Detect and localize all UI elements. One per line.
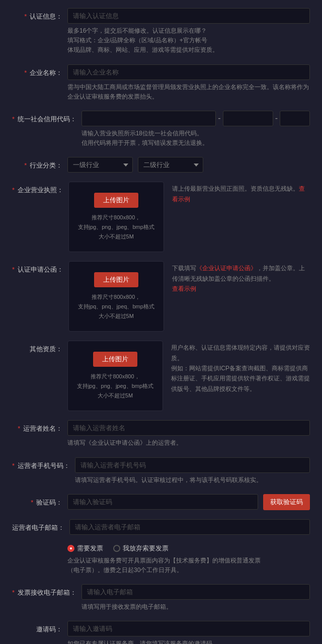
social-credit-input-3[interactable]	[280, 111, 310, 126]
auth-letter-label: * 认证申请公函：	[12, 261, 68, 274]
industry-select-1[interactable]: 一级行业	[67, 157, 133, 173]
required-star: *	[18, 425, 20, 432]
social-credit-row: * 统一社会信用代码： - - 请输入营业执照所示18位统一社会信用代码。 信用…	[12, 111, 310, 148]
auth-letter-desc: 下载填写《企业认证申请公函》，并加盖公章。上传清晰无残缺加盖公章的公函扫描件。 …	[172, 261, 310, 294]
operator-email-row: 运营者电子邮箱：	[12, 519, 310, 535]
operator-email-input[interactable]	[69, 519, 310, 535]
form-container: * 认证信息： 最多16个字，提交后不能修改。认证信息展示在哪？ 填写格式：企业…	[0, 0, 322, 644]
operator-email-label: 运营者电子邮箱：	[12, 519, 69, 532]
invoice-email-input[interactable]	[82, 584, 310, 600]
invoice-email-hint: 请填写用于接收发票的电子邮箱。	[82, 602, 310, 612]
operator-name-input[interactable]	[67, 420, 310, 436]
operator-email-content	[69, 519, 310, 535]
get-verify-code-btn[interactable]: 获取验证码	[263, 494, 310, 510]
required-star: *	[24, 69, 27, 76]
social-credit-input-1[interactable]	[82, 111, 216, 126]
other-credentials-desc: 用户名称、认证信息需体现特定内容，请提供对应资质。 例如：网站需提供ICP备案查…	[171, 341, 310, 394]
invite-code-content: 如您已有专属认证服务商，请您填写该服务商的邀请码，	[67, 621, 310, 644]
invoice-option-hint: 企业认证审核服务费可开具票面内容为【技术服务费】的增值税普通发票 （电子票）。缴…	[67, 556, 310, 575]
business-license-upload-box: 上传图片 推荐尺寸800x800， 支持jpg、png、jpeg、bmp格式 大…	[68, 182, 164, 252]
operator-name-content: 请填写《企业认证申请公函》上的运营者。	[67, 420, 310, 448]
auth-letter-example-link[interactable]: 查看示例	[172, 285, 196, 292]
auth-letter-content: 上传图片 推荐尺寸800x800， 支持jpq、pnq、jpeq、bmp格式 大…	[68, 261, 310, 332]
invoice-option-content: 需要发票 我放弃索要发票 企业认证审核服务费可开具票面内容为【技术服务费】的增值…	[67, 544, 310, 575]
invoice-email-content: 请填写用于接收发票的电子邮箱。	[82, 584, 310, 612]
other-credentials-row: 其他资质： 上传图片 推荐尺寸800x800， 支持jpg、png、jpeg、b…	[12, 341, 310, 411]
business-license-label: * 企业营业执照：	[12, 182, 68, 195]
industry-select-2[interactable]: 二级行业	[138, 157, 203, 173]
required-star: *	[12, 115, 15, 123]
business-license-desc: 请上传最新营业执照正面照。资质信息无残缺。查看示例	[172, 182, 310, 204]
invoice-email-label: * 发票接收电子邮箱：	[12, 584, 82, 597]
invoice-radio-2[interactable]: 我放弃索要发票	[113, 544, 169, 553]
required-star: *	[24, 162, 27, 169]
operator-name-row: * 运营者姓名： 请填写《企业认证申请公函》上的运营者。	[12, 420, 310, 448]
auth-letter-download-link[interactable]: 《企业认证申请公函》	[196, 265, 257, 272]
invoice-radio-1[interactable]: 需要发票	[67, 544, 103, 553]
auth-info-label: * 认证信息：	[12, 8, 67, 21]
auth-info-input[interactable]	[67, 8, 310, 24]
invoice-option-spacer	[12, 544, 67, 548]
verify-code-label: * 验证码：	[12, 494, 67, 507]
required-star: *	[12, 462, 15, 469]
invite-code-row: 邀请码： 如您已有专属认证服务商，请您填写该服务商的邀请码，	[12, 621, 310, 644]
other-credentials-upload-btn[interactable]: 上传图片	[93, 352, 137, 367]
company-name-input[interactable]	[67, 64, 310, 80]
social-credit-inputs: - -	[82, 111, 310, 126]
industry-label: * 行业分类：	[12, 157, 67, 170]
invoice-radio-row: 需要发票 我放弃索要发票	[67, 544, 310, 553]
auth-letter-upload-box: 上传图片 推荐尺寸800x800， 支持jpq、pnq、jpeq、bmp格式 大…	[68, 261, 164, 332]
verify-code-sms-row: 获取验证码	[67, 494, 310, 510]
company-name-content: 需与中国大陆工商局或市场监督管理局颁发营业执照上的企业名称完全一致。该名称将作为…	[67, 64, 310, 102]
operator-phone-label: * 运营者手机号码：	[12, 457, 75, 470]
invoice-radio-1-circle	[67, 545, 74, 552]
required-star: *	[24, 13, 27, 20]
operator-name-label: * 运营者姓名：	[12, 420, 67, 433]
other-credentials-upload-hint: 推荐尺寸800x800， 支持jpg、png、jpeg、bmp格式 大小不超过5…	[77, 372, 153, 400]
social-credit-content: - - 请输入营业执照所示18位统一社会信用代码。 信用代码将用于开票，填写错误…	[82, 111, 310, 148]
auth-info-row: * 认证信息： 最多16个字，提交后不能修改。认证信息展示在哪？ 填写格式：企业…	[12, 8, 310, 55]
industry-content: 一级行业 二级行业	[67, 157, 310, 173]
operator-phone-hint: 请填写运营者手机号码。认证审核过程中，将与该手机号码联系核实。	[75, 475, 310, 485]
invoice-option-row: 需要发票 我放弃索要发票 企业认证审核服务费可开具票面内容为【技术服务费】的增值…	[12, 544, 310, 575]
required-star: *	[31, 499, 33, 506]
verify-code-input[interactable]	[67, 494, 258, 510]
industry-row: * 行业分类： 一级行业 二级行业	[12, 157, 310, 173]
business-license-upload-hint: 推荐尺寸800x800， 支持jpg、png、jpeg、bmp格式 大小不超过5…	[78, 213, 154, 241]
auth-letter-row: * 认证申请公函： 上传图片 推荐尺寸800x800， 支持jpq、pnq、jp…	[12, 261, 310, 332]
company-name-label: * 企业名称：	[12, 64, 67, 77]
business-license-upload-btn[interactable]: 上传图片	[94, 193, 138, 208]
required-star: *	[12, 266, 15, 273]
invite-code-hint: 如您已有专属认证服务商，请您填写该服务商的邀请码，	[67, 639, 310, 644]
company-name-hint: 需与中国大陆工商局或市场监督管理局颁发营业执照上的企业名称完全一致。该名称将作为…	[67, 83, 310, 102]
required-star: *	[12, 589, 15, 596]
invoice-email-row: * 发票接收电子邮箱： 请填写用于接收发票的电子邮箱。	[12, 584, 310, 612]
auth-letter-upload-section: 上传图片 推荐尺寸800x800， 支持jpq、pnq、jpeq、bmp格式 大…	[68, 261, 310, 332]
operator-phone-content: 请填写运营者手机号码。认证审核过程中，将与该手机号码联系核实。	[75, 457, 310, 485]
invoice-radio-2-circle	[113, 545, 120, 552]
other-credentials-upload-box: 上传图片 推荐尺寸800x800， 支持jpg、png、jpeg、bmp格式 大…	[67, 341, 163, 411]
other-credentials-upload-section: 上传图片 推荐尺寸800x800， 支持jpg、png、jpeg、bmp格式 大…	[67, 341, 310, 411]
auth-info-content: 最多16个字，提交后不能修改。认证信息展示在哪？ 填写格式：企业/品牌全称（区域…	[67, 8, 310, 55]
other-credentials-content: 上传图片 推荐尺寸800x800， 支持jpg、png、jpeg、bmp格式 大…	[67, 341, 310, 411]
auth-letter-upload-btn[interactable]: 上传图片	[94, 272, 138, 287]
verify-code-row: * 验证码： 获取验证码	[12, 494, 310, 510]
invite-code-input[interactable]	[67, 621, 310, 636]
company-name-row: * 企业名称： 需与中国大陆工商局或市场监督管理局颁发营业执照上的企业名称完全一…	[12, 64, 310, 102]
social-credit-label: * 统一社会信用代码：	[12, 111, 82, 124]
other-credentials-label: 其他资质：	[12, 341, 67, 354]
operator-phone-input[interactable]	[75, 457, 310, 473]
business-license-content: 上传图片 推荐尺寸800x800， 支持jpg、png、jpeg、bmp格式 大…	[68, 182, 310, 252]
verify-code-content: 获取验证码	[67, 494, 310, 510]
operator-phone-row: * 运营者手机号码： 请填写运营者手机号码。认证审核过程中，将与该手机号码联系核…	[12, 457, 310, 485]
auth-info-hint: 最多16个字，提交后不能修改。认证信息展示在哪？ 填写格式：企业/品牌全称（区域…	[67, 26, 310, 55]
business-license-upload-section: 上传图片 推荐尺寸800x800， 支持jpg、png、jpeg、bmp格式 大…	[68, 182, 310, 252]
business-license-row: * 企业营业执照： 上传图片 推荐尺寸800x800， 支持jpg、png、jp…	[12, 182, 310, 252]
social-credit-hint: 请输入营业执照所示18位统一社会信用代码。 信用代码将用于开票，填写错误发票无法…	[82, 129, 310, 148]
auth-letter-upload-hint: 推荐尺寸800x800， 支持jpq、pnq、jpeq、bmp格式 大小不超过5…	[78, 292, 154, 320]
required-star: *	[12, 186, 15, 194]
operator-name-hint: 请填写《企业认证申请公函》上的运营者。	[67, 438, 310, 448]
industry-selects: 一级行业 二级行业	[67, 157, 310, 173]
invite-code-label: 邀请码：	[12, 621, 67, 634]
social-credit-input-2[interactable]	[223, 111, 273, 126]
